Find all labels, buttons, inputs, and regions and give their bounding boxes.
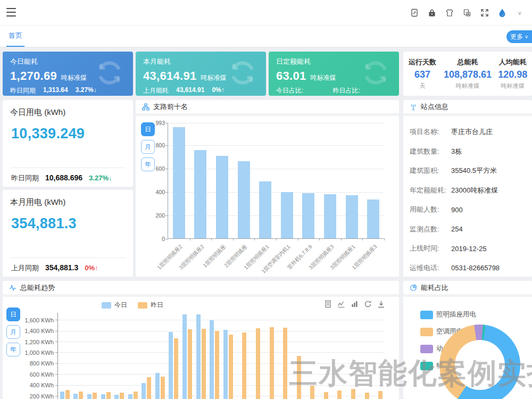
theme-skin-icon[interactable] [445,8,454,18]
trend-bar-昨日 [79,392,83,399]
trend-bar-昨日 [297,356,301,399]
divider [10,257,126,258]
work-order-icon[interactable] [410,8,419,18]
trend-bar-昨日 [242,332,246,399]
site-info-row: 用能人数:900 [410,200,526,220]
kpi-sub-value: 1,313.64 [43,86,68,95]
trend-period-month-button[interactable]: 月 [6,325,20,339]
brand-logo-icon [497,8,507,18]
branch-period-day-button[interactable]: 日 [141,122,155,136]
trend-bar-昨日 [202,329,206,399]
site-info-value: 254 [451,225,463,233]
legend-item-今日[interactable]: 今日 [102,301,127,310]
kpi-change: 0%↑ [212,86,224,95]
branch-top10-card: 支路前十名 日月年 02004006008009931层照明插座23层照明插座2… [136,100,399,277]
refresh-icon[interactable] [364,300,372,308]
stat-unit: 天 [403,82,442,90]
trend-period-year-button[interactable]: 年 [6,343,20,356]
x-tick-mark [319,238,320,240]
y-axis-tick-label: 400 [142,189,165,195]
user-menu-chevron-icon[interactable]: ∨ [515,8,525,18]
fullscreen-icon[interactable] [480,8,489,18]
y-tick-mark [55,363,58,364]
legend-swatch [102,302,111,309]
kpi-sub-label: 昨日同期 [10,86,36,95]
trend-bar-昨日 [365,393,369,399]
trend-bar-昨日 [174,338,178,399]
x-tick-mark [211,238,212,240]
stat-unit: 吨标准煤 [442,82,494,90]
bar-chart-icon[interactable] [351,300,359,308]
x-tick-mark [298,238,298,240]
usage-value: 354,881.3 [11,215,77,232]
tab-home-label: 首页 [9,31,22,40]
trend-period-day-button[interactable]: 日 [6,307,20,321]
kpi-unit: 吨标准煤 [201,73,227,82]
site-info-label: 用能人数: [410,205,451,214]
trend-bar-今日 [142,383,146,399]
branch-plot: 02004006008009931层照明插座23层照明插座21层照明插座2层照明… [168,123,384,239]
stat-label: 人均能耗 [494,57,532,67]
usage-title: 本月用电 (kWh) [10,197,126,207]
trend-bar-今日 [73,394,78,399]
site-info-value: 2019-12-25 [451,245,487,253]
data-view-icon[interactable] [324,300,332,308]
trend-bar-今日 [210,320,214,399]
x-tick-mark [190,238,190,240]
stat-label: 总能耗 [442,57,494,67]
site-info-value: 23000吨标准煤 [451,186,498,195]
kpi-value: 1,270.69 [10,69,57,83]
branch-period-year-button[interactable]: 年 [141,157,155,171]
trend-bar-昨日 [93,393,97,399]
site-info-row: 建筑面积:35540.5平方米 [410,161,526,181]
site-info-label: 建筑面积: [410,166,451,176]
summary-stats-panel: 运行天数637天总能耗108,878.61吨标准煤人均能耗120.98吨标准煤 [403,52,532,96]
stat-运行天数: 运行天数637天 [403,57,442,90]
trend-bar-昨日 [134,392,138,399]
y-axis-tick-label: 0 [142,236,165,242]
legend-swatch [420,362,433,370]
energy-donut-chart [439,325,520,399]
trend-period-buttons: 日月年 [6,307,20,356]
gridline [58,363,384,364]
lock-icon[interactable] [427,8,437,18]
legend-item-昨日[interactable]: 昨日 [138,301,163,310]
kpi-value: 43,614.91 [143,69,197,83]
kpi-card-daily-quota-energy: 日定额能耗 63.01吨标准煤 今日占比: 2,016.54% 昨日占比: 2,… [269,52,399,96]
usage-change: 0%↑ [85,264,98,272]
legend-item-照明插座用电[interactable]: 照明插座用电 [420,310,476,319]
trend-bar-昨日 [351,389,355,399]
y-tick-mark [165,215,168,216]
trend-bar-昨日 [324,392,328,399]
dashboard-page: A ∨ 首页 更多∨ 今日能耗 1,270.69吨标准煤 昨日同期1,313.6… [0,0,532,399]
download-icon[interactable] [377,300,385,308]
branch-bar [194,150,206,238]
y-tick-mark [165,169,168,169]
trend-bar-昨日 [215,331,219,399]
topbar: A ∨ [0,0,532,26]
trend-bar-昨日 [106,392,111,399]
menu-toggle-button[interactable] [6,8,16,16]
trend-bar-今日 [223,330,228,399]
trend-bar-昨日 [310,386,314,399]
site-info-value: 枣庄市台儿庄 [451,127,493,137]
more-button[interactable]: 更多∨ [506,30,532,43]
language-icon[interactable]: A [462,8,472,18]
y-tick-mark [55,374,58,375]
tab-home[interactable]: 首页 [6,26,24,47]
site-info-row: 运维电话:0531-82665798 [410,259,526,278]
trend-bar-昨日 [337,390,342,399]
y-axis-tick-label: 400 KWh [6,382,54,388]
kpi-today-ratio: 今日占比: 2,016.54% [276,86,333,96]
y-tick-mark [55,342,58,342]
stat-总能耗: 总能耗108,878.61吨标准煤 [442,57,494,90]
legend-swatch [420,311,433,319]
usage-title: 今日用电 (kWh) [10,107,126,118]
branch-period-month-button[interactable]: 月 [141,140,155,154]
y-axis-tick-label: 200 KWh [6,393,54,399]
line-chart-icon[interactable] [337,300,345,308]
site-info-row: 项目名称:枣庄市台儿庄 [410,122,526,142]
gridline [58,342,384,342]
trend-bar-昨日 [161,377,165,399]
energy-trend-card: 总能耗趋势 今日昨日 日月年 200 KWh400 KWh600 KWh800 … [3,281,399,399]
